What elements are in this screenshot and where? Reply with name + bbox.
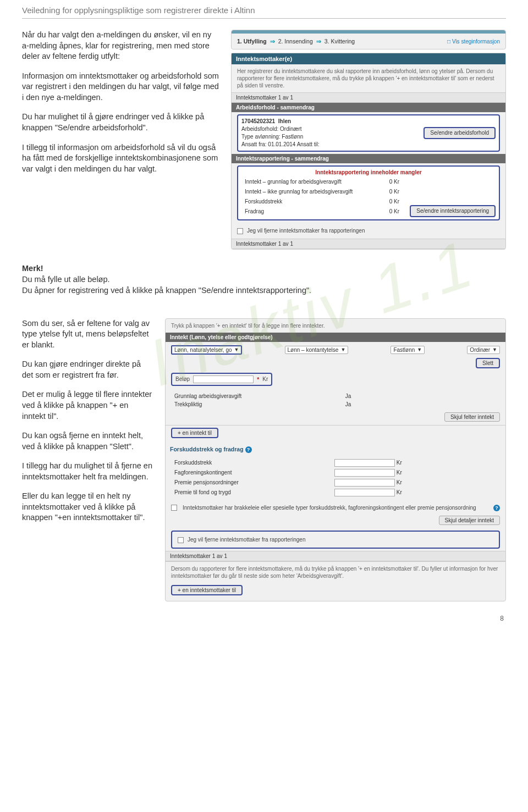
- warning-text: Inntektsrapportering inneholder mangler: [241, 169, 496, 176]
- belop-label: Beløp: [175, 376, 190, 382]
- row-value: 0 Kr: [387, 187, 406, 196]
- header-text: Forskuddstrekk og fradrag: [170, 446, 244, 452]
- paragraph: Som du ser, så er feltene for valg av ty…: [22, 318, 154, 351]
- inntektsmottaker-counter: Inntektsmottaker 1 av 1: [232, 239, 505, 249]
- arbeidsforhold-summary-box: 17045202321 Ihlen Arbeidsforhold: Ordinæ…: [237, 114, 500, 152]
- paragraph: Informasjon om inntektsmottaker og arbei…: [22, 71, 220, 103]
- forskuddstrekk-input[interactable]: [334, 459, 395, 467]
- edit-arbeidsforhold-button[interactable]: Se/endre arbeidsforhold: [424, 127, 496, 139]
- wizard-step-1: 1. Utfylling: [237, 38, 267, 45]
- field-label: Trekkpliktig: [172, 401, 342, 408]
- help-icon[interactable]: ?: [493, 505, 500, 511]
- ytelse-select-2[interactable]: Lønn – kontantytelse▼: [285, 346, 349, 354]
- select-value: Lønn – kontantytelse: [288, 347, 339, 353]
- arbeidsforhold-type: Arbeidsforhold: Ordinært: [241, 126, 302, 132]
- merk-block: Merk! Du må fylle ut alle beløp. Du åpne…: [22, 263, 506, 296]
- arrow-icon: ⇒: [316, 38, 321, 45]
- kr-label: Kr: [397, 479, 402, 485]
- checkbox-label: Inntektsmottaker har brakkeleie eller sp…: [183, 505, 490, 511]
- inntektsmottaker-counter: Inntektsmottaker 1 av 1: [232, 92, 505, 103]
- ansatt-dates: Ansatt fra: 01.01.2014 Ansatt til:: [241, 141, 320, 147]
- field-value: Ja: [343, 401, 367, 408]
- paragraph: I tillegg til informasjon om arbeidsforh…: [22, 142, 220, 175]
- select-value: Lønn, naturalytelser, go: [174, 347, 232, 353]
- person-id: 17045202321: [241, 118, 275, 124]
- wizard-step-3: 3. Kvittering: [324, 38, 355, 45]
- field-label: Premie til fond og trygd: [172, 488, 331, 497]
- chevron-down-icon: ▼: [492, 347, 497, 352]
- inntektsmottaker-counter: Inntektsmottaker 1 av 1: [166, 551, 505, 561]
- select-value: Fastlønn: [393, 347, 415, 353]
- required-star: *: [257, 376, 259, 383]
- remove-inntektsmottaker-checkbox[interactable]: [178, 537, 184, 543]
- footer-hint: Dersom du rapporterer for flere inntekts…: [166, 561, 505, 583]
- section-description: Her registrerer du inntektsmottakere du …: [232, 64, 505, 92]
- ytelse-select-3[interactable]: Fastlønn▼: [391, 346, 425, 354]
- row-label: Forskuddstrekk: [243, 197, 386, 206]
- paragraph: Du har mulighet til å gjøre endringer ve…: [22, 112, 220, 133]
- add-inntekt-button[interactable]: + en inntekt til: [171, 428, 218, 438]
- paragraph: Du kan også fjerne en inntekt helt, ved …: [22, 430, 154, 452]
- field-label: Grunnlag arbeidsgiveravgift: [172, 393, 342, 400]
- brakkeleie-checkbox[interactable]: [171, 505, 177, 511]
- add-inntektsmottaker-button[interactable]: + en inntektsmottaker til: [171, 585, 243, 595]
- paragraph: I tillegg har du mulighet til å fjerne e…: [22, 461, 154, 482]
- arbeidsforhold-header: Arbeidsforhold - sammendrag: [232, 103, 505, 112]
- remove-inntektsmottaker-checkbox[interactable]: [237, 228, 243, 234]
- inntektsrapportering-header: Inntektsrapportering - sammendrag: [232, 154, 505, 163]
- field-label: Premie pensjonsordninger: [172, 478, 331, 487]
- wizard-step-2: 2. Innsending: [278, 38, 313, 45]
- avlonning-type: Type avlønning: Fastlønn: [241, 134, 303, 140]
- field-label: Fagforeningskontingent: [172, 468, 331, 477]
- screenshot-bottom: Trykk på knappen '+ en inntekt' til for …: [165, 318, 506, 605]
- section-title-inntektsmottakere: Inntektsmottaker(e): [232, 53, 505, 64]
- belop-input[interactable]: [193, 375, 254, 383]
- hint-text: Trykk på knappen '+ en inntekt' til for …: [166, 319, 505, 333]
- skjul-felter-button[interactable]: Skjul felter inntekt: [444, 412, 500, 422]
- paragraph: Når du har valgt den a-meldingen du ønsk…: [22, 30, 220, 62]
- edit-inntektsrapportering-button[interactable]: Se/endre inntektsrapportering: [410, 205, 496, 217]
- select-value: Ordinær: [470, 347, 490, 353]
- checkbox-label: Jeg vil fjerne inntektsmottaker fra rapp…: [247, 228, 365, 234]
- help-icon[interactable]: ?: [245, 446, 252, 453]
- field-value: Ja: [343, 393, 367, 400]
- link-text: Vis steginformasjon: [452, 38, 500, 45]
- skjul-detaljer-button[interactable]: Skjul detaljer inntekt: [439, 516, 501, 525]
- row-value: 0 Kr: [387, 178, 406, 186]
- ytelse-select-4[interactable]: Ordinær▼: [467, 346, 500, 354]
- chevron-down-icon: ▼: [234, 347, 239, 352]
- checkbox-label: Jeg vil fjerne inntektsmottaker fra rapp…: [188, 537, 306, 543]
- row-label: Inntekt – ikke grunnlag for arbeidsgiver…: [243, 187, 386, 196]
- kr-label: Kr: [397, 489, 402, 495]
- person-name: Ihlen: [278, 118, 291, 124]
- field-label: Forskuddstrekk: [172, 459, 331, 467]
- kr-label: Kr: [397, 459, 402, 465]
- kr-label: Kr: [262, 376, 268, 382]
- merk-heading: Merk!: [22, 264, 43, 273]
- document-header: Veiledning for opplysningspliktige som r…: [22, 0, 506, 19]
- row-label: Inntekt – grunnlag for arbeidsgiveravgif…: [243, 178, 386, 186]
- inntektsrapportering-summary-box: Inntektsrapportering inneholder mangler …: [237, 165, 500, 220]
- toggle-step-info-link[interactable]: □ Vis steginformasjon: [447, 38, 500, 45]
- paragraph: Det er mulig å legge til flere inntekter…: [22, 389, 154, 422]
- row-value: 0 Kr: [387, 207, 406, 216]
- fond-input[interactable]: [334, 489, 395, 496]
- row-label: Fradrag: [243, 207, 386, 216]
- page-number: 8: [500, 615, 504, 622]
- screenshot-top: 1. Utfylling ⇒ 2. Innsending ⇒ 3. Kvitte…: [231, 30, 506, 253]
- fagforening-input[interactable]: [334, 469, 395, 477]
- paragraph: Du kan gjøre endringer direkte på det so…: [22, 359, 154, 380]
- merk-line: Du må fylle ut alle beløp.: [22, 275, 110, 284]
- kr-label: Kr: [397, 469, 402, 475]
- chevron-down-icon: ▼: [340, 347, 345, 352]
- inntekt-header: Inntekt (Lønn, ytelse eller godtgjørelse…: [166, 333, 505, 342]
- arrow-icon: ⇒: [270, 38, 275, 45]
- pensjon-input[interactable]: [334, 479, 395, 487]
- body-text-left: Når du har valgt den a-meldingen du ønsk…: [22, 30, 220, 253]
- slett-button[interactable]: Slett: [476, 358, 500, 368]
- paragraph: Eller du kan legge til en helt ny inntek…: [22, 491, 154, 523]
- body-text-left-2: Som du ser, så er feltene for valg av ty…: [22, 318, 154, 605]
- ytelse-select-1[interactable]: Lønn, naturalytelser, go▼: [171, 345, 242, 355]
- chevron-down-icon: ▼: [417, 347, 422, 352]
- forskuddstrekk-header: Forskuddstrekk og fradrag ?: [166, 444, 505, 455]
